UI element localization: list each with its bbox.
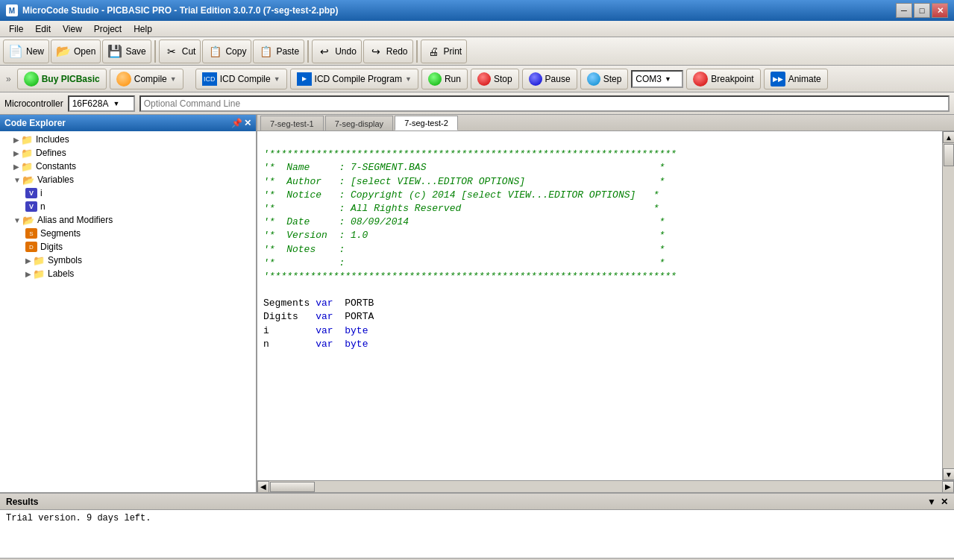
menu-project[interactable]: Project xyxy=(88,22,128,36)
alias-expand-arrow: ▼ xyxy=(13,216,21,224)
scroll-right-button[interactable]: ▶ xyxy=(942,481,954,493)
alias-folder-icon: 📂 xyxy=(22,215,34,226)
undo-icon: ↩ xyxy=(317,44,332,59)
tree-item-var-n[interactable]: V n xyxy=(1,200,254,213)
icd-compile-button[interactable]: ICD ICD Compile ▼ xyxy=(195,69,287,89)
symbols-expand-arrow: ▶ xyxy=(25,257,31,265)
expand-arrow[interactable]: » xyxy=(3,74,14,84)
includes-folder-icon: 📁 xyxy=(21,134,33,145)
print-button[interactable]: 🖨 Print xyxy=(421,40,468,63)
icd-program-icon: ▶ xyxy=(297,72,312,86)
toolbar2: » Buy PICBasic Compile ▼ ICD ICD Compile… xyxy=(0,66,954,92)
icd-compile-dropdown-arrow: ▼ xyxy=(274,75,280,83)
step-icon xyxy=(587,72,600,86)
tree-item-constants[interactable]: ▶ 📁 Constants xyxy=(1,160,254,173)
labels-expand-arrow: ▶ xyxy=(25,270,31,278)
constants-folder-icon: 📁 xyxy=(21,161,33,172)
save-icon: 💾 xyxy=(107,44,122,59)
close-button[interactable]: ✕ xyxy=(932,3,948,18)
symbols-folder-icon: 📁 xyxy=(33,255,45,266)
var-i-label: i xyxy=(40,188,43,198)
icd-compile-program-button[interactable]: ▶ ICD Compile Program ▼ xyxy=(290,69,418,89)
tree-item-var-i[interactable]: V i xyxy=(1,186,254,200)
tree-item-defines[interactable]: ▶ 📁 Defines xyxy=(1,146,254,160)
main-area: Code Explorer 📌 ✕ ▶ 📁 Includes ▶ 📁 Defin… xyxy=(0,115,954,492)
compile-label: Compile xyxy=(134,74,167,84)
hscroll-track[interactable] xyxy=(269,481,942,492)
tab-7seg-test-1[interactable]: 7-seg-test-1 xyxy=(260,116,324,130)
scroll-down-button[interactable]: ▼ xyxy=(943,468,954,480)
menu-file[interactable]: File xyxy=(3,22,29,36)
tree-item-symbols[interactable]: ▶ 📁 Symbols xyxy=(1,254,254,267)
defines-expand-arrow: ▶ xyxy=(13,149,19,157)
results-close-button[interactable]: ✕ xyxy=(941,497,948,507)
run-button[interactable]: Run xyxy=(421,69,468,89)
copy-label: Copy xyxy=(225,46,246,57)
scroll-up-button[interactable]: ▲ xyxy=(943,131,954,143)
breakpoint-button[interactable]: Breakpoint xyxy=(686,69,760,89)
explorer-tree: ▶ 📁 Includes ▶ 📁 Defines ▶ 📁 Constants ▼… xyxy=(0,131,256,492)
results-panel: Results ▼ ✕ Trial version. 9 days left. xyxy=(0,492,954,558)
com-port-dropdown-arrow: ▼ xyxy=(665,75,671,83)
cut-button[interactable]: ✂ Cut xyxy=(159,40,201,63)
vertical-scrollbar[interactable]: ▲ ▼ xyxy=(942,131,954,480)
open-button[interactable]: 📂 Open xyxy=(51,40,101,63)
buy-picbasic-button[interactable]: Buy PICBasic xyxy=(17,69,107,89)
tab-7seg-display[interactable]: 7-seg-display xyxy=(325,116,393,130)
scroll-left-button[interactable]: ◀ xyxy=(257,481,269,493)
step-label: Step xyxy=(603,74,622,84)
code-editor[interactable]: '***************************************… xyxy=(257,131,942,480)
save-label: Save xyxy=(125,46,145,57)
explorer-pin-button[interactable]: 📌 xyxy=(231,118,242,128)
results-content: Trial version. 9 days left. xyxy=(0,510,954,558)
tree-item-digits[interactable]: D Digits xyxy=(1,240,254,254)
optional-command-line-input[interactable] xyxy=(139,95,950,112)
stop-button[interactable]: Stop xyxy=(471,69,519,89)
com-port-select[interactable]: COM3 ▼ xyxy=(631,70,683,88)
icd-compile-label: ICD Compile xyxy=(220,74,271,84)
save-button[interactable]: 💾 Save xyxy=(102,40,151,63)
paste-button[interactable]: 📋 Paste xyxy=(253,40,304,63)
results-header-controls: ▼ ✕ xyxy=(927,497,948,507)
copy-button[interactable]: 📋 Copy xyxy=(202,40,251,63)
print-label: Print xyxy=(444,46,462,57)
maximize-button[interactable]: □ xyxy=(914,3,930,18)
run-label: Run xyxy=(445,74,461,84)
buy-icon xyxy=(24,72,39,86)
explorer-header-controls: 📌 ✕ xyxy=(231,118,251,128)
variables-label: Variables xyxy=(37,174,74,185)
menu-view[interactable]: View xyxy=(57,22,88,36)
tab-7seg-test-2[interactable]: 7-seg-test-2 xyxy=(395,116,458,130)
tree-item-labels[interactable]: ▶ 📁 Labels xyxy=(1,267,254,280)
tree-item-variables[interactable]: ▼ 📂 Variables xyxy=(1,173,254,186)
segments-label: Segments xyxy=(40,228,81,239)
hscroll-thumb[interactable] xyxy=(270,482,315,492)
microcontroller-select[interactable]: 16F628A ▼ xyxy=(68,95,135,112)
animate-button[interactable]: ▶▶ Animate xyxy=(764,69,828,89)
separator-1 xyxy=(154,40,156,63)
new-button[interactable]: 📄 New xyxy=(3,40,49,63)
tree-item-alias[interactable]: ▼ 📂 Alias and Modifiers xyxy=(1,213,254,227)
scroll-track[interactable] xyxy=(943,143,954,468)
labels-folder-icon: 📁 xyxy=(33,268,45,280)
redo-button[interactable]: ↪ Redo xyxy=(363,40,413,63)
tree-item-includes[interactable]: ▶ 📁 Includes xyxy=(1,133,254,146)
titlebar-left: M MicroCode Studio - PICBASIC PRO - Tria… xyxy=(6,4,338,16)
stop-label: Stop xyxy=(494,74,512,84)
undo-button[interactable]: ↩ Undo xyxy=(312,40,362,63)
menu-help[interactable]: Help xyxy=(128,22,158,36)
digits-icon: D xyxy=(25,242,37,252)
var-n-label: n xyxy=(40,201,45,212)
app-icon: M xyxy=(6,4,18,16)
menu-edit[interactable]: Edit xyxy=(29,22,57,36)
results-dropdown-arrow[interactable]: ▼ xyxy=(927,497,936,507)
compile-button[interactable]: Compile ▼ xyxy=(110,69,183,89)
alias-label: Alias and Modifiers xyxy=(37,215,113,225)
scroll-thumb[interactable] xyxy=(944,144,954,166)
toolbar: 📄 New 📂 Open 💾 Save ✂ Cut 📋 Copy 📋 Paste… xyxy=(0,37,954,66)
tree-item-segments[interactable]: S Segments xyxy=(1,227,254,240)
explorer-close-button[interactable]: ✕ xyxy=(244,118,251,128)
pause-button[interactable]: Pause xyxy=(522,69,577,89)
step-button[interactable]: Step xyxy=(580,69,629,89)
minimize-button[interactable]: ─ xyxy=(896,3,912,18)
